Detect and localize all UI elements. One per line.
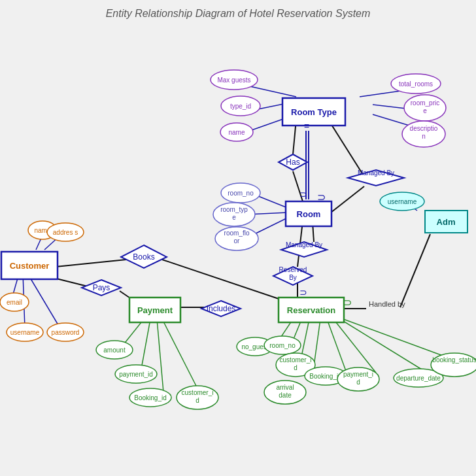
attr-room-no-label: room_no (228, 190, 254, 197)
attr-rt-name-label: name (228, 129, 245, 136)
attr-cust-password-label: password (52, 329, 80, 336)
room-type-entity-label: Room Type (291, 107, 337, 117)
attr-res-departure-date-label: departure_date (396, 375, 441, 382)
attr-res-customer-id-label-2: d (294, 364, 298, 371)
pays-label: Pays (93, 283, 110, 292)
attr-res-payment-id-label-1: payment_i (343, 371, 373, 378)
attr-pay-customer-id-label-1: customer_i (182, 389, 214, 396)
svg-line-25 (255, 195, 288, 208)
attr-cust-email-label: email (7, 299, 22, 306)
managed-by-1-label: Managed By (358, 169, 394, 177)
attr-res-arrival-date-label-2: date (279, 392, 292, 399)
attr-cust-username-label: username (10, 329, 40, 336)
svg-text:⊃: ⊃ (299, 287, 307, 298)
room-entity-label: Room (297, 209, 321, 219)
has-label: Has (286, 158, 299, 167)
svg-line-38 (333, 319, 376, 373)
svg-line-43 (157, 319, 163, 392)
svg-line-10 (400, 234, 430, 307)
attr-type-id-label: type_id (230, 103, 251, 110)
svg-text:By: By (289, 274, 297, 281)
reservation-entity-label: Reservation (287, 305, 335, 315)
svg-line-44 (162, 319, 199, 392)
attr-res-customer-id-label-1: customer_i (280, 356, 312, 364)
attr-room-type-attr-label-2: e (232, 214, 236, 221)
diagram-container: Entity Relationship Diagram of Hotel Res… (0, 0, 476, 476)
attr-res-booking-status-label-1: booking_status (432, 356, 476, 364)
attr-description-label-1: descriptio (410, 125, 438, 132)
svg-line-1 (162, 260, 294, 304)
managed-by-2-label: Managed By (286, 241, 322, 248)
attr-room-floor-label-2: or (234, 237, 241, 245)
attr-total-rooms-label: total_rooms (399, 80, 433, 88)
reserved-by-label: Reserved (279, 266, 307, 273)
svg-line-11 (328, 120, 364, 177)
attr-pay-amount-label: amount (103, 347, 126, 354)
attr-res-arrival-date-label-1: arrival (276, 384, 294, 391)
attr-room-floor-label-1: room_flo (224, 230, 250, 237)
cardinality-room-has: ⊃ (317, 192, 326, 203)
attr-max-guests-label: Max guests (217, 76, 250, 84)
attr-room-price-label-1: room_pric (411, 99, 439, 107)
svg-line-32 (27, 273, 60, 328)
attr-room-type-attr-label-1: room_typ (220, 206, 248, 213)
cardinality-roomtype-has: = (304, 121, 309, 131)
cardinality-reservation: ⊃ (343, 297, 352, 308)
admin-entity-label: Adm (437, 217, 456, 227)
attr-description-label-2: n (422, 133, 426, 140)
attr-pay-payment-id-label: payment_id (119, 371, 153, 378)
svg-line-37 (327, 319, 347, 373)
attr-cust-address-label: addres s (53, 229, 78, 236)
svg-line-36 (314, 319, 320, 366)
svg-line-22 (250, 86, 296, 97)
svg-line-27 (252, 218, 288, 235)
attr-res-room-no-label: room_no (269, 342, 296, 349)
svg-text:⊃: ⊃ (299, 189, 307, 199)
er-diagram-svg: ⊃ ⊃ Custome (0, 0, 476, 476)
svg-line-42 (141, 319, 150, 373)
attr-pay-customer-id-label-2: d (196, 397, 199, 404)
includes-label: Includes (207, 304, 236, 313)
books-label: Books (133, 252, 154, 262)
svg-line-0 (56, 260, 126, 267)
attr-res-payment-id-label-2: d (356, 379, 360, 386)
attr-room-price-label-2: e (423, 107, 427, 114)
attr-pay-booking-id-label: Booking_id (134, 394, 166, 401)
svg-line-39 (340, 319, 422, 369)
attr-admin-username-label: username (388, 198, 417, 205)
customer-entity-label: Customer (10, 261, 50, 271)
handled-by-label: Handled by (369, 300, 405, 308)
payment-entity-label: Payment (137, 305, 173, 315)
svg-line-12 (331, 186, 364, 212)
